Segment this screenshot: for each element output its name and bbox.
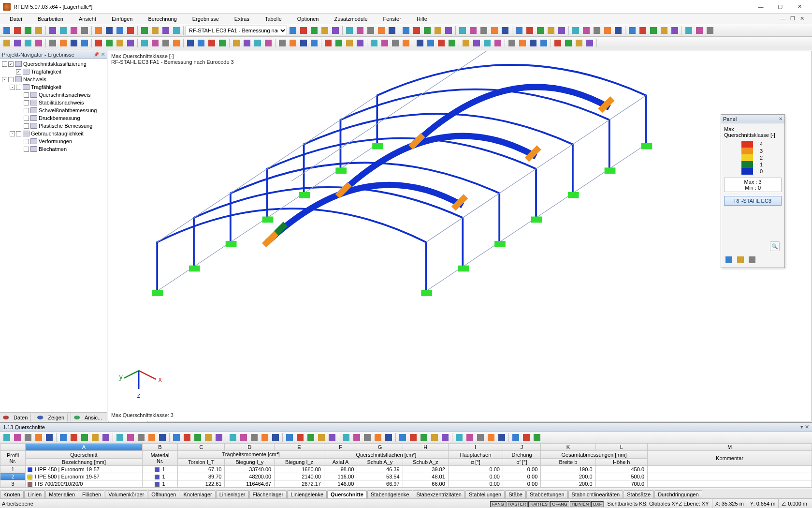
lt-btn-38[interactable] bbox=[430, 433, 439, 442]
tree-checkbox[interactable] bbox=[24, 92, 29, 98]
lt-btn-11[interactable] bbox=[126, 433, 135, 442]
tb2-btn-40[interactable] bbox=[461, 38, 471, 48]
tree-toggle[interactable]: - bbox=[2, 61, 7, 67]
row-nr[interactable]: 2 bbox=[0, 473, 26, 480]
menu-extras[interactable]: Extras bbox=[227, 15, 257, 23]
lower-close-icon[interactable]: ✕ bbox=[805, 424, 809, 430]
col-letter[interactable]: H bbox=[403, 444, 448, 451]
maximize-button[interactable]: ▢ bbox=[770, 1, 790, 12]
lt-btn-23[interactable] bbox=[260, 433, 270, 442]
bottom-tab[interactable]: Öffnungen bbox=[148, 490, 179, 498]
tb1b-btn-34[interactable] bbox=[670, 26, 680, 35]
lt-btn-18[interactable] bbox=[203, 433, 213, 442]
lt-btn-37[interactable] bbox=[419, 433, 429, 442]
lt-btn-35[interactable] bbox=[398, 433, 407, 442]
lt-btn-12[interactable] bbox=[136, 433, 146, 442]
tree-checkbox[interactable] bbox=[16, 131, 21, 136]
tb2-btn-42[interactable] bbox=[482, 38, 492, 48]
tb1b-btn-15[interactable] bbox=[458, 26, 467, 35]
tb2-btn-27[interactable] bbox=[309, 38, 319, 48]
th-material[interactable]: MaterialNr. bbox=[142, 451, 178, 466]
table-row[interactable]: 3 I IS 700/200/10/20/0 1 122.61116464.67… bbox=[0, 480, 812, 488]
lt-btn-6[interactable] bbox=[69, 433, 79, 442]
close-button[interactable]: ✕ bbox=[790, 1, 809, 12]
table-wrap[interactable]: ABCDEFGHIJKLM ProfilNr. Querschnitt Mate… bbox=[0, 443, 812, 489]
lt-btn-47[interactable] bbox=[532, 433, 542, 442]
tree-item[interactable]: Querschnittsnachweis bbox=[0, 91, 107, 99]
lt-btn-5[interactable] bbox=[58, 433, 68, 442]
tb1b-btn-32[interactable] bbox=[649, 26, 658, 35]
panel-zoom-icon[interactable]: 🔍 bbox=[770, 241, 780, 251]
tb2-btn-10[interactable] bbox=[115, 38, 125, 48]
tb1-btn-7[interactable] bbox=[80, 26, 89, 35]
lt-btn-44[interactable] bbox=[497, 433, 507, 442]
lt-btn-16[interactable] bbox=[182, 433, 192, 442]
bottom-tab[interactable]: Stabexzentrizitäten bbox=[413, 490, 465, 498]
cell-bez[interactable]: I IPE 450 | Euronorm 19-57 bbox=[26, 466, 143, 473]
mdi-restore[interactable]: ❐ bbox=[788, 15, 797, 23]
bottom-tab[interactable]: Stabendgelenke bbox=[367, 490, 413, 498]
lt-btn-20[interactable] bbox=[228, 433, 238, 442]
viewport-3d[interactable]: Max Querschnittsklasse [-] RF-STAHL EC3 … bbox=[108, 51, 812, 421]
th-traeg[interactable]: Trägheitsmomente [cm⁴] bbox=[178, 451, 324, 459]
th-alpha[interactable]: α [°] bbox=[448, 459, 503, 466]
tb2-btn-30[interactable] bbox=[345, 38, 354, 48]
bottom-tab[interactable]: Stabteilungen bbox=[465, 490, 505, 498]
tb1-btn-10[interactable] bbox=[115, 26, 125, 35]
menu-datei[interactable]: Datei bbox=[2, 15, 30, 23]
tb1b-btn-17[interactable] bbox=[479, 26, 489, 35]
bottom-tab[interactable]: Volumenkörper bbox=[105, 490, 147, 498]
menu-ergebnisse[interactable]: Ergebnisse bbox=[185, 15, 227, 23]
bottom-tab[interactable]: Stäbe bbox=[505, 490, 526, 498]
menu-hilfe[interactable]: Hilfe bbox=[409, 15, 435, 23]
lt-btn-31[interactable] bbox=[352, 433, 362, 442]
tb1b-btn-4[interactable] bbox=[331, 26, 340, 35]
tb2-btn-46[interactable] bbox=[528, 38, 538, 48]
tb1b-btn-30[interactable] bbox=[627, 26, 637, 35]
tb1b-btn-1[interactable] bbox=[299, 26, 308, 35]
menu-einfuegen[interactable]: Einfügen bbox=[104, 15, 140, 23]
th-qfl[interactable]: Querschnittsflächen [cm²] bbox=[324, 451, 448, 459]
tb2-btn-23[interactable] bbox=[263, 38, 273, 48]
lt-btn-3[interactable] bbox=[34, 433, 44, 442]
tb2-btn-16[interactable] bbox=[186, 38, 195, 48]
tb1b-btn-22[interactable] bbox=[536, 26, 545, 35]
menu-zusatzmodule[interactable]: Zusatzmodule bbox=[327, 15, 376, 23]
tree-checkbox[interactable] bbox=[8, 77, 14, 82]
table-row[interactable]: 2 I IPE 500 | Euronorm 19-57 1 89.704820… bbox=[0, 473, 812, 480]
tb2-btn-15[interactable] bbox=[172, 38, 181, 48]
status-toggle[interactable]: KARTES bbox=[528, 501, 550, 507]
col-letter[interactable]: G bbox=[357, 444, 403, 451]
tb1b-btn-23[interactable] bbox=[546, 26, 556, 35]
cell-mat[interactable]: 1 bbox=[142, 480, 178, 488]
tb2-btn-14[interactable] bbox=[161, 38, 171, 48]
tb1b-btn-26[interactable] bbox=[581, 26, 591, 35]
col-letter[interactable]: D bbox=[225, 444, 275, 451]
tree-toggle[interactable]: - bbox=[2, 77, 7, 82]
tb2-btn-8[interactable] bbox=[94, 38, 103, 48]
lt-btn-13[interactable] bbox=[147, 433, 157, 442]
status-toggle[interactable]: OFANG bbox=[550, 501, 569, 507]
th-ay[interactable]: Schub A_y bbox=[357, 459, 403, 466]
th-bez[interactable]: Bezeichnung [mm] bbox=[26, 459, 143, 466]
bottom-tab[interactable]: Querschnitte bbox=[327, 490, 367, 498]
th-iz[interactable]: Biegung I_z bbox=[275, 459, 324, 466]
lt-btn-2[interactable] bbox=[23, 433, 33, 442]
lt-btn-7[interactable] bbox=[80, 433, 89, 442]
cell-bez[interactable]: I IS 700/200/10/20/0 bbox=[26, 480, 143, 488]
tb1b-btn-19[interactable] bbox=[500, 26, 510, 35]
navigator-pin-icon[interactable]: 📌 bbox=[93, 52, 99, 57]
bottom-tab[interactable]: Stabbettungen bbox=[526, 490, 568, 498]
tb2-btn-25[interactable] bbox=[288, 38, 298, 48]
tb2-btn-20[interactable] bbox=[232, 38, 241, 48]
tree-checkbox[interactable] bbox=[16, 85, 21, 90]
tb2-btn-24[interactable] bbox=[277, 38, 287, 48]
col-letter[interactable] bbox=[0, 444, 26, 451]
lt-btn-42[interactable] bbox=[476, 433, 485, 442]
lt-btn-26[interactable] bbox=[295, 433, 305, 442]
tb2-btn-19[interactable] bbox=[218, 38, 227, 48]
lt-btn-10[interactable] bbox=[115, 433, 125, 442]
tb2-btn-41[interactable] bbox=[472, 38, 481, 48]
tb2-btn-35[interactable] bbox=[401, 38, 411, 48]
tb2-btn-31[interactable] bbox=[355, 38, 365, 48]
